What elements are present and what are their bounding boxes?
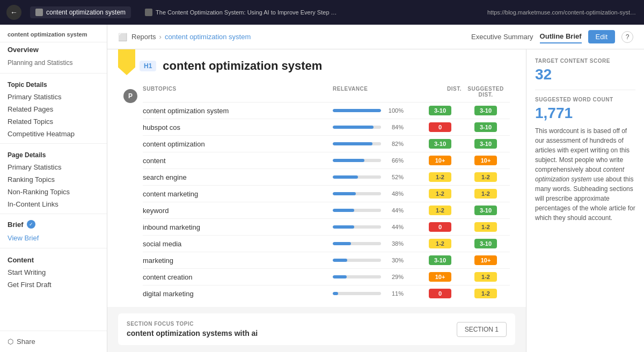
p-badge: P bbox=[123, 89, 137, 103]
topic-name: content bbox=[143, 157, 333, 165]
toolbar-right: Executive Summary Outline Brief Edit ? bbox=[471, 30, 633, 43]
dist-badge: 0 bbox=[429, 289, 451, 298]
sidebar-item-start-writing[interactable]: Start Writing bbox=[0, 266, 107, 278]
table-row: content optimization 82% 3-10 3-10 bbox=[143, 136, 510, 152]
bar-fill bbox=[333, 259, 347, 262]
tab-outline-brief[interactable]: Outline Brief bbox=[540, 30, 582, 43]
relevance-cell: 48% bbox=[333, 190, 419, 197]
sugg-badge: 1-2 bbox=[474, 172, 497, 182]
topic-name: marketing bbox=[143, 256, 333, 265]
rp-italic-term: content optimization system bbox=[535, 166, 624, 183]
dist-cell: 1-2 bbox=[419, 206, 462, 215]
sidebar-item-get-draft[interactable]: Get First Draft bbox=[0, 278, 107, 291]
topic-name: content optimization bbox=[143, 140, 333, 148]
sidebar-item-ranking-topics[interactable]: Ranking Topics bbox=[0, 173, 107, 186]
sugg-badge: 10+ bbox=[474, 156, 497, 165]
back-button[interactable]: ← bbox=[6, 5, 21, 20]
tab2[interactable]: The Content Optimization System: Using A… bbox=[140, 6, 479, 18]
dist-badge: 10+ bbox=[429, 156, 451, 165]
breadcrumb: Reports › content optimization system bbox=[131, 33, 251, 41]
sidebar-item-non-ranking[interactable]: Non-Ranking Topics bbox=[0, 186, 107, 198]
topic-name: keyword bbox=[143, 207, 333, 215]
topic-name: hubspot cos bbox=[143, 123, 333, 131]
table-row: social media 38% 1-2 3-10 bbox=[143, 236, 510, 252]
relevance-cell: 30% bbox=[333, 257, 419, 263]
bar-fill bbox=[333, 142, 372, 145]
sidebar-logo: content optimization system bbox=[0, 25, 107, 42]
relevance-cell: 52% bbox=[333, 174, 419, 180]
table-container: SUBTOPICS RELEVANCE DIST. SUGGESTED DIST… bbox=[143, 82, 510, 302]
section-button[interactable]: SECTION 1 bbox=[457, 322, 507, 337]
sugg-cell: 3-10 bbox=[462, 106, 510, 115]
table-row: search engine 52% 1-2 1-2 bbox=[143, 169, 510, 186]
dist-cell: 1-2 bbox=[419, 172, 462, 182]
section-focus-label: SECTION FOCUS TOPIC bbox=[127, 321, 258, 327]
relevance-cell: 66% bbox=[333, 157, 419, 164]
table-row: digital marketing 11% 0 1-2 bbox=[143, 285, 510, 302]
edit-button[interactable]: Edit bbox=[588, 30, 615, 43]
tab1-icon bbox=[35, 9, 43, 16]
tab1[interactable]: content optimization system bbox=[30, 6, 131, 18]
sidebar-item-competitive[interactable]: Competitive Heatmap bbox=[0, 128, 107, 140]
section-focus: SECTION FOCUS TOPIC content optimization… bbox=[118, 313, 515, 345]
relevance-cell: 44% bbox=[333, 224, 419, 230]
sidebar-item-related-topics[interactable]: Related Topics bbox=[0, 115, 107, 128]
sidebar-item-related-pages[interactable]: Related Pages bbox=[0, 103, 107, 115]
bar-background bbox=[333, 259, 381, 262]
bar-background bbox=[333, 275, 381, 278]
bar-background bbox=[333, 292, 381, 295]
dist-cell: 3-10 bbox=[419, 255, 462, 265]
tab2-label: The Content Optimization System: Using A… bbox=[156, 9, 338, 16]
bar-background bbox=[333, 126, 381, 129]
relevance-cell: 84% bbox=[333, 124, 419, 130]
sidebar-item-primary-stats[interactable]: Primary Statistics bbox=[0, 91, 107, 103]
bar-background bbox=[333, 192, 381, 195]
table-header: SUBTOPICS RELEVANCE DIST. SUGGESTED DIST… bbox=[143, 82, 510, 102]
sidebar-content-label: Content bbox=[0, 252, 107, 266]
sugg-badge: 3-10 bbox=[474, 122, 497, 132]
main-panel: H1 content optimization system P SUBTOPI bbox=[107, 49, 526, 352]
col-relevance: RELEVANCE bbox=[333, 86, 419, 98]
rp-description: This wordcount is is based off of our as… bbox=[535, 126, 635, 223]
dist-cell: 0 bbox=[419, 222, 462, 232]
bar-background bbox=[333, 109, 381, 112]
help-button[interactable]: ? bbox=[621, 31, 633, 43]
sidebar-item-in-content[interactable]: In-Content Links bbox=[0, 198, 107, 210]
relevance-cell: 38% bbox=[333, 240, 419, 247]
topbar: ← content optimization system The Conten… bbox=[0, 0, 644, 25]
tab-executive-summary[interactable]: Executive Summary bbox=[471, 31, 533, 43]
sugg-badge: 3-10 bbox=[474, 239, 497, 248]
bar-background bbox=[333, 225, 381, 229]
topic-name: social media bbox=[143, 240, 333, 248]
sugg-cell: 3-10 bbox=[462, 206, 510, 215]
pct-label: 84% bbox=[384, 124, 404, 130]
back-icon: ← bbox=[10, 8, 18, 17]
dist-badge: 3-10 bbox=[429, 106, 451, 115]
sugg-badge: 10+ bbox=[474, 255, 497, 265]
sidebar-view-brief[interactable]: View Brief bbox=[0, 231, 107, 245]
breadcrumb-separator: › bbox=[159, 33, 162, 41]
sidebar-item-planning[interactable]: Planning and Statistics bbox=[0, 57, 107, 70]
target-score: 32 bbox=[535, 66, 635, 83]
bar-fill bbox=[333, 242, 351, 245]
target-score-label: TARGET CONTENT SCORE bbox=[535, 58, 635, 64]
right-panel: TARGET CONTENT SCORE 32 SUGGESTED WORD C… bbox=[526, 49, 644, 352]
sidebar-item-overview[interactable]: Overview bbox=[0, 42, 107, 57]
dist-badge: 1-2 bbox=[429, 172, 451, 182]
sugg-badge: 1-2 bbox=[474, 272, 497, 282]
bar-background bbox=[333, 142, 381, 145]
sidebar-share[interactable]: ⬡ Share bbox=[0, 331, 107, 352]
breadcrumb-reports[interactable]: Reports bbox=[131, 33, 156, 41]
col-subtopics: SUBTOPICS bbox=[143, 86, 333, 98]
bar-fill bbox=[333, 225, 354, 229]
subtable-area: P SUBTOPICS RELEVANCE DIST. SUGGESTED DI… bbox=[107, 82, 526, 302]
sidebar-item-page-primary[interactable]: Primary Statistics bbox=[0, 161, 107, 173]
table-row: content creation 29% 10+ 1-2 bbox=[143, 269, 510, 285]
sugg-cell: 10+ bbox=[462, 156, 510, 165]
table-row: content marketing 48% 1-2 1-2 bbox=[143, 186, 510, 202]
dist-cell: 10+ bbox=[419, 156, 462, 165]
sugg-badge: 3-10 bbox=[474, 206, 497, 215]
bar-fill bbox=[333, 175, 358, 179]
relevance-cell: 100% bbox=[333, 107, 419, 114]
table-row: marketing 30% 3-10 10+ bbox=[143, 252, 510, 269]
